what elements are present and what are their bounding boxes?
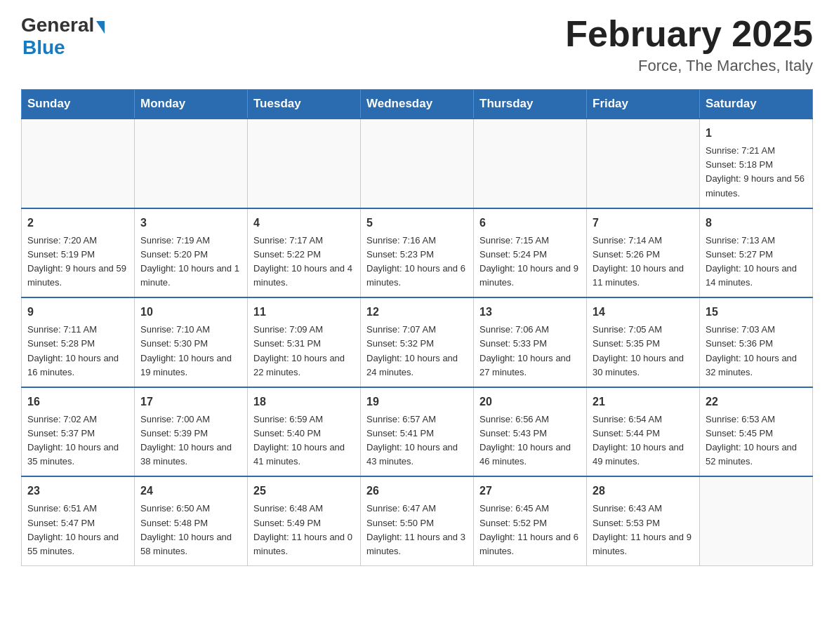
day-number: 6 (479, 215, 581, 232)
calendar-body: 1Sunrise: 7:21 AM Sunset: 5:18 PM Daylig… (22, 119, 813, 565)
day-info: Sunrise: 6:56 AM Sunset: 5:43 PM Dayligh… (479, 412, 581, 469)
location-subtitle: Force, The Marches, Italy (565, 57, 813, 75)
calendar-cell (135, 119, 248, 208)
day-number: 5 (366, 215, 468, 232)
day-info: Sunrise: 7:16 AM Sunset: 5:23 PM Dayligh… (366, 234, 468, 290)
calendar-cell: 19Sunrise: 6:57 AM Sunset: 5:41 PM Dayli… (361, 387, 474, 477)
weekday-header-row: SundayMondayTuesdayWednesdayThursdayFrid… (22, 90, 813, 119)
day-info: Sunrise: 6:43 AM Sunset: 5:53 PM Dayligh… (593, 502, 694, 558)
day-info: Sunrise: 6:48 AM Sunset: 5:49 PM Dayligh… (253, 502, 355, 558)
calendar-cell: 2Sunrise: 7:20 AM Sunset: 5:19 PM Daylig… (22, 208, 135, 298)
calendar-cell (361, 119, 474, 208)
calendar-table: SundayMondayTuesdayWednesdayThursdayFrid… (21, 89, 813, 566)
day-number: 11 (253, 304, 355, 321)
weekday-header-saturday: Saturday (700, 90, 813, 119)
day-info: Sunrise: 6:54 AM Sunset: 5:44 PM Dayligh… (593, 412, 694, 469)
calendar-cell (587, 119, 700, 208)
day-info: Sunrise: 7:14 AM Sunset: 5:26 PM Dayligh… (593, 234, 694, 290)
calendar-cell: 1Sunrise: 7:21 AM Sunset: 5:18 PM Daylig… (700, 119, 813, 208)
calendar-cell: 16Sunrise: 7:02 AM Sunset: 5:37 PM Dayli… (22, 387, 135, 477)
title-section: February 2025 Force, The Marches, Italy (565, 14, 813, 75)
day-info: Sunrise: 6:53 AM Sunset: 5:45 PM Dayligh… (706, 412, 807, 469)
day-number: 25 (253, 483, 355, 499)
day-number: 12 (366, 304, 468, 321)
calendar-cell: 8Sunrise: 7:13 AM Sunset: 5:27 PM Daylig… (700, 208, 813, 298)
day-info: Sunrise: 7:03 AM Sunset: 5:36 PM Dayligh… (706, 323, 807, 380)
day-number: 28 (593, 483, 694, 499)
day-info: Sunrise: 6:57 AM Sunset: 5:41 PM Dayligh… (366, 412, 468, 469)
calendar-cell: 22Sunrise: 6:53 AM Sunset: 5:45 PM Dayli… (700, 387, 813, 477)
day-info: Sunrise: 7:20 AM Sunset: 5:19 PM Dayligh… (27, 234, 128, 290)
day-number: 19 (366, 394, 468, 410)
calendar-week-row: 2Sunrise: 7:20 AM Sunset: 5:19 PM Daylig… (22, 208, 813, 298)
day-number: 16 (27, 394, 128, 410)
day-info: Sunrise: 7:19 AM Sunset: 5:20 PM Dayligh… (140, 234, 241, 290)
calendar-cell: 15Sunrise: 7:03 AM Sunset: 5:36 PM Dayli… (700, 297, 813, 387)
calendar-cell: 23Sunrise: 6:51 AM Sunset: 5:47 PM Dayli… (22, 476, 135, 565)
day-number: 1 (706, 125, 807, 142)
day-info: Sunrise: 6:50 AM Sunset: 5:48 PM Dayligh… (140, 502, 241, 558)
day-info: Sunrise: 7:02 AM Sunset: 5:37 PM Dayligh… (27, 412, 128, 469)
weekday-header-tuesday: Tuesday (248, 90, 361, 119)
calendar-cell (248, 119, 361, 208)
calendar-cell: 27Sunrise: 6:45 AM Sunset: 5:52 PM Dayli… (474, 476, 587, 565)
calendar-cell: 4Sunrise: 7:17 AM Sunset: 5:22 PM Daylig… (248, 208, 361, 298)
day-number: 20 (479, 394, 581, 410)
calendar-cell: 11Sunrise: 7:09 AM Sunset: 5:31 PM Dayli… (248, 297, 361, 387)
day-info: Sunrise: 6:51 AM Sunset: 5:47 PM Dayligh… (27, 502, 128, 558)
weekday-header-thursday: Thursday (474, 90, 587, 119)
calendar-cell: 13Sunrise: 7:06 AM Sunset: 5:33 PM Dayli… (474, 297, 587, 387)
day-info: Sunrise: 7:00 AM Sunset: 5:39 PM Dayligh… (140, 412, 241, 469)
day-number: 9 (27, 304, 128, 321)
calendar-cell: 10Sunrise: 7:10 AM Sunset: 5:30 PM Dayli… (135, 297, 248, 387)
day-number: 4 (253, 215, 355, 232)
day-info: Sunrise: 6:59 AM Sunset: 5:40 PM Dayligh… (253, 412, 355, 469)
day-number: 2 (27, 215, 128, 232)
weekday-header-friday: Friday (587, 90, 700, 119)
day-number: 8 (706, 215, 807, 232)
day-info: Sunrise: 7:17 AM Sunset: 5:22 PM Dayligh… (253, 234, 355, 290)
day-info: Sunrise: 7:21 AM Sunset: 5:18 PM Dayligh… (706, 144, 807, 201)
logo-general-text: General (21, 14, 94, 36)
day-info: Sunrise: 7:07 AM Sunset: 5:32 PM Dayligh… (366, 323, 468, 380)
calendar-cell: 3Sunrise: 7:19 AM Sunset: 5:20 PM Daylig… (135, 208, 248, 298)
calendar-cell: 7Sunrise: 7:14 AM Sunset: 5:26 PM Daylig… (587, 208, 700, 298)
day-info: Sunrise: 7:10 AM Sunset: 5:30 PM Dayligh… (140, 323, 241, 380)
day-number: 27 (479, 483, 581, 499)
day-number: 23 (27, 483, 128, 499)
day-info: Sunrise: 7:15 AM Sunset: 5:24 PM Dayligh… (479, 234, 581, 290)
day-info: Sunrise: 6:47 AM Sunset: 5:50 PM Dayligh… (366, 502, 468, 558)
calendar-cell (474, 119, 587, 208)
calendar-week-row: 1Sunrise: 7:21 AM Sunset: 5:18 PM Daylig… (22, 119, 813, 208)
calendar-cell: 5Sunrise: 7:16 AM Sunset: 5:23 PM Daylig… (361, 208, 474, 298)
logo: General Blue (21, 14, 105, 59)
day-info: Sunrise: 6:45 AM Sunset: 5:52 PM Dayligh… (479, 502, 581, 558)
calendar-cell: 28Sunrise: 6:43 AM Sunset: 5:53 PM Dayli… (587, 476, 700, 565)
calendar-cell: 24Sunrise: 6:50 AM Sunset: 5:48 PM Dayli… (135, 476, 248, 565)
weekday-header-sunday: Sunday (22, 90, 135, 119)
day-info: Sunrise: 7:06 AM Sunset: 5:33 PM Dayligh… (479, 323, 581, 380)
day-number: 7 (593, 215, 694, 232)
day-number: 3 (140, 215, 241, 232)
calendar-header: SundayMondayTuesdayWednesdayThursdayFrid… (22, 90, 813, 119)
day-info: Sunrise: 7:11 AM Sunset: 5:28 PM Dayligh… (27, 323, 128, 380)
calendar-cell (22, 119, 135, 208)
calendar-week-row: 9Sunrise: 7:11 AM Sunset: 5:28 PM Daylig… (22, 297, 813, 387)
calendar-cell: 6Sunrise: 7:15 AM Sunset: 5:24 PM Daylig… (474, 208, 587, 298)
calendar-cell: 14Sunrise: 7:05 AM Sunset: 5:35 PM Dayli… (587, 297, 700, 387)
day-number: 26 (366, 483, 468, 499)
day-number: 24 (140, 483, 241, 499)
calendar-cell: 17Sunrise: 7:00 AM Sunset: 5:39 PM Dayli… (135, 387, 248, 477)
calendar-cell: 9Sunrise: 7:11 AM Sunset: 5:28 PM Daylig… (22, 297, 135, 387)
day-number: 10 (140, 304, 241, 321)
calendar-cell: 12Sunrise: 7:07 AM Sunset: 5:32 PM Dayli… (361, 297, 474, 387)
calendar-cell: 25Sunrise: 6:48 AM Sunset: 5:49 PM Dayli… (248, 476, 361, 565)
calendar-cell: 26Sunrise: 6:47 AM Sunset: 5:50 PM Dayli… (361, 476, 474, 565)
day-info: Sunrise: 7:13 AM Sunset: 5:27 PM Dayligh… (706, 234, 807, 290)
day-number: 15 (706, 304, 807, 321)
weekday-header-monday: Monday (135, 90, 248, 119)
day-number: 13 (479, 304, 581, 321)
weekday-header-wednesday: Wednesday (361, 90, 474, 119)
calendar-cell: 18Sunrise: 6:59 AM Sunset: 5:40 PM Dayli… (248, 387, 361, 477)
month-year-title: February 2025 (565, 14, 813, 54)
